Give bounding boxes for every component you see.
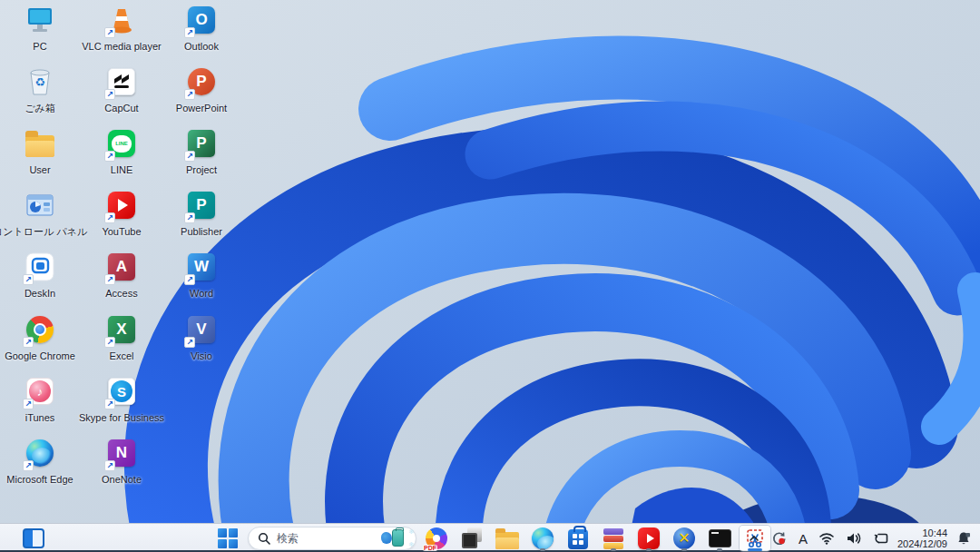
taskbar-app-x-server[interactable]: ✕ xyxy=(669,526,700,551)
desktop-icon-onenote[interactable]: N ↗ OneNote xyxy=(72,435,172,486)
desktop-icon-word[interactable]: W ↗ Word xyxy=(152,249,251,300)
shortcut-arrow-icon: ↗ xyxy=(23,460,34,471)
outlook-icon: O ↗ xyxy=(183,2,220,38)
sync-icon xyxy=(771,530,788,547)
notification-center-button[interactable] xyxy=(953,526,975,551)
taskbar-app-youtube[interactable] xyxy=(633,526,664,551)
tray-sync-status[interactable] xyxy=(769,526,790,551)
start-button[interactable] xyxy=(212,526,243,551)
shortcut-arrow-icon: ↗ xyxy=(184,337,195,348)
desktop-icon-label: Project xyxy=(152,164,251,176)
powerpoint-icon: P ↗ xyxy=(183,64,220,100)
shortcut-arrow-icon: ↗ xyxy=(23,274,34,285)
desktop-icon-label: Publisher xyxy=(152,226,251,238)
shortcut-arrow-icon: ↗ xyxy=(184,212,195,223)
desktop-icon-label: Skype for Business xyxy=(72,412,172,424)
microsoft-store-icon xyxy=(568,529,588,549)
winrar-icon xyxy=(603,528,623,549)
shortcut-arrow-icon: ↗ xyxy=(184,89,195,100)
shortcut-arrow-icon: ↗ xyxy=(23,399,34,409)
desktop-icon-label: PowerPoint xyxy=(152,103,251,114)
shortcut-arrow-icon: ↗ xyxy=(104,89,115,100)
running-indicator xyxy=(540,548,545,551)
skype-icon: S ↗ xyxy=(103,373,140,409)
search-box[interactable]: 検索 ❄ ❄ xyxy=(248,527,416,550)
desktop-icon-skype-for-business[interactable]: S ↗ Skype for Business xyxy=(72,373,172,424)
clock-date: 2024/12/09 xyxy=(897,538,947,549)
clock-time: 10:44 xyxy=(897,527,947,538)
shortcut-arrow-icon: ↗ xyxy=(104,460,115,471)
shortcut-arrow-icon: ↗ xyxy=(104,399,115,409)
network-button[interactable] xyxy=(816,526,838,551)
project-icon: P ↗ xyxy=(183,125,220,162)
clock[interactable]: 10:44 2024/12/09 xyxy=(897,527,947,549)
capcut-icon: ↗ xyxy=(103,64,140,100)
tray-overflow-button[interactable] xyxy=(745,526,763,551)
shortcut-arrow-icon: ↗ xyxy=(184,27,195,38)
highlight-blob-icon xyxy=(381,532,392,544)
search-icon xyxy=(258,532,270,545)
search-placeholder: 検索 xyxy=(277,531,375,547)
edge-icon: ↗ xyxy=(22,435,58,471)
taskbar-app-winrar[interactable] xyxy=(598,526,629,551)
taskbar-app-microsoft-store[interactable] xyxy=(563,526,593,551)
volume-button[interactable] xyxy=(843,526,865,551)
pc-icon xyxy=(22,2,58,38)
svg-text:♻: ♻ xyxy=(34,75,45,89)
shortcut-arrow-icon: ↗ xyxy=(104,274,115,285)
folder-icon xyxy=(22,125,58,162)
youtube-icon xyxy=(638,527,660,549)
desktop-icon-project[interactable]: P ↗ Project xyxy=(152,125,251,176)
edge-icon xyxy=(532,527,554,549)
taskbar-app-edge[interactable] xyxy=(527,526,558,551)
terminal-icon xyxy=(709,529,731,547)
access-icon: A ↗ xyxy=(103,249,140,285)
desktop-icon-label: OneNote xyxy=(72,474,172,486)
deskin-icon: ↗ xyxy=(22,249,58,285)
bell-icon xyxy=(956,530,972,547)
snowflake-icon: ❄ xyxy=(408,541,414,548)
recycle-bin-icon: ♻ xyxy=(22,64,58,100)
snowflake-icon: ❄ xyxy=(408,528,414,536)
desktop-icon-publisher[interactable]: P ↗ Publisher xyxy=(152,187,251,238)
vlc-icon: ↗ xyxy=(103,2,140,38)
itunes-icon: ♪ ↗ xyxy=(22,373,58,409)
running-indicator xyxy=(611,548,616,551)
restart-box-icon xyxy=(873,531,889,546)
shortcut-arrow-icon: ↗ xyxy=(184,151,195,162)
desktop-icon-visio[interactable]: V ↗ Visio xyxy=(152,311,251,362)
wifi-icon xyxy=(818,531,835,546)
speaker-icon xyxy=(846,531,862,546)
onenote-icon: N ↗ xyxy=(103,435,140,471)
desktop-icon-label: Visio xyxy=(152,350,251,362)
taskbar: 検索 ❄ ❄ PDF xyxy=(0,523,980,552)
widgets-button[interactable] xyxy=(16,526,51,550)
desktop-icon-label: Outlook xyxy=(152,41,251,53)
taskbar-app-file-explorer[interactable] xyxy=(492,526,523,551)
taskbar-app-terminal[interactable] xyxy=(704,526,735,551)
desktop: PC ♻ ごみ箱 User コントロール パネル xyxy=(0,0,980,552)
shortcut-arrow-icon: ↗ xyxy=(104,27,115,38)
ime-mode-indicator[interactable]: A xyxy=(796,526,810,551)
excel-icon: X ↗ xyxy=(103,311,140,348)
taskbar-app-pdf[interactable]: PDF xyxy=(421,526,452,551)
desktop-icon-outlook[interactable]: O ↗ Outlook xyxy=(152,2,251,53)
desktop-icon-powerpoint[interactable]: P ↗ PowerPoint xyxy=(152,64,251,114)
search-highlight-image[interactable]: ❄ ❄ xyxy=(381,528,412,548)
taskbar-app-photo-stack[interactable] xyxy=(456,526,487,551)
x-app-icon: ✕ xyxy=(673,527,695,549)
chrome-icon: ↗ xyxy=(22,311,58,348)
line-icon: LINE ↗ xyxy=(103,125,140,162)
shortcut-arrow-icon: ↗ xyxy=(23,337,34,348)
shortcut-arrow-icon: ↗ xyxy=(104,337,115,348)
publisher-icon: P ↗ xyxy=(183,187,220,223)
control-panel-icon xyxy=(22,187,58,223)
chevron-up-icon xyxy=(748,532,760,545)
shortcut-arrow-icon: ↗ xyxy=(184,274,195,285)
pdf-app-icon: PDF xyxy=(426,527,447,549)
photo-stack-icon xyxy=(461,527,483,549)
restart-pending-button[interactable] xyxy=(870,526,892,551)
shortcut-arrow-icon: ↗ xyxy=(104,212,115,223)
running-indicator xyxy=(681,548,687,551)
suitcase-icon xyxy=(392,529,404,547)
